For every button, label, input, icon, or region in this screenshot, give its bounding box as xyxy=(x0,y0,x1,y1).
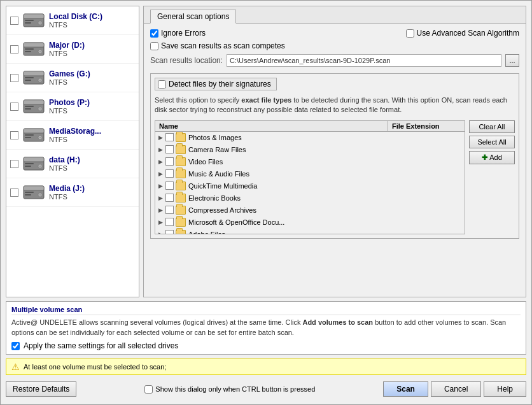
folder-icon xyxy=(176,145,186,154)
expand-icon[interactable]: ▶ xyxy=(155,207,165,213)
file-row[interactable]: ▶ Electronic Books xyxy=(155,192,465,204)
scan-button[interactable]: Scan xyxy=(383,381,428,397)
show-dialog-checkbox[interactable] xyxy=(144,385,153,394)
file-checkbox[interactable] xyxy=(165,145,174,153)
drive-name: data (H:) xyxy=(49,155,80,164)
svg-rect-1 xyxy=(24,14,44,18)
drive-checkbox[interactable] xyxy=(10,45,18,53)
folder-icon xyxy=(176,157,186,166)
expand-icon[interactable]: ▶ xyxy=(155,159,165,165)
expand-icon[interactable]: ▶ xyxy=(155,183,165,189)
drive-item[interactable]: Media (J:) NTFS xyxy=(6,178,139,207)
drive-list-scroll[interactable]: Local Disk (C:) NTFS Major (D:) NTFS xyxy=(6,6,139,297)
file-checkbox[interactable] xyxy=(165,194,174,202)
file-checkbox[interactable] xyxy=(165,230,174,234)
expand-icon[interactable]: ▶ xyxy=(155,171,165,177)
file-checkbox[interactable] xyxy=(165,206,174,214)
use-advanced-checkbox[interactable] xyxy=(406,29,414,38)
file-label: Microsoft & OpenOffice Docu... xyxy=(188,218,465,226)
folder-icon xyxy=(176,230,186,234)
show-dialog-text: Show this dialog only when CTRL button i… xyxy=(155,385,315,393)
drive-list-panel: Local Disk (C:) NTFS Major (D:) NTFS xyxy=(6,6,139,297)
tab-general-scan[interactable]: General scan options xyxy=(150,10,236,24)
plus-icon: ✚ xyxy=(482,153,487,162)
expand-icon[interactable]: ▶ xyxy=(155,219,165,225)
file-checkbox[interactable] xyxy=(165,218,174,226)
drive-checkbox[interactable] xyxy=(10,188,18,197)
file-checkbox[interactable] xyxy=(165,133,174,141)
folder-icon xyxy=(176,206,186,215)
drive-type: NTFS xyxy=(49,136,101,143)
drive-checkbox[interactable] xyxy=(10,160,18,168)
drive-checkbox[interactable] xyxy=(10,103,18,111)
file-checkbox[interactable] xyxy=(165,157,174,166)
file-label: Adobe Files xyxy=(188,231,465,234)
file-row[interactable]: ▶ Photos & Images xyxy=(155,132,465,144)
apply-same-checkbox[interactable] xyxy=(11,342,20,350)
drive-name: Photos (P:) xyxy=(49,98,90,107)
help-button[interactable]: Help xyxy=(484,381,526,397)
drive-icon xyxy=(22,38,45,60)
drive-icon xyxy=(22,9,45,32)
save-scan-checkbox[interactable] xyxy=(150,42,158,50)
apply-same-text: Apply the same settings for all selected… xyxy=(24,341,178,350)
file-label: QuickTime Multimedia xyxy=(188,182,465,190)
apply-same-label[interactable]: Apply the same settings for all selected… xyxy=(11,341,521,350)
warning-icon: ⚠ xyxy=(11,362,20,372)
drive-type: NTFS xyxy=(49,50,85,57)
drive-item[interactable]: Games (G:) NTFS xyxy=(6,64,139,92)
warning-bar: ⚠ At least one volume must be selected t… xyxy=(6,359,526,375)
expand-icon[interactable]: ▶ xyxy=(155,195,165,201)
file-checkbox[interactable] xyxy=(165,169,174,178)
svg-rect-3 xyxy=(25,22,31,24)
drive-item[interactable]: Photos (P:) NTFS xyxy=(6,92,139,121)
drive-name: Local Disk (C:) xyxy=(49,12,102,21)
add-button[interactable]: ✚ Add xyxy=(469,151,515,164)
file-row[interactable]: ▶ QuickTime Multimedia xyxy=(155,180,465,192)
detect-label[interactable]: Detect files by their signatures xyxy=(155,78,277,90)
scan-location-input[interactable] xyxy=(227,54,501,67)
drive-item[interactable]: Major (D:) NTFS xyxy=(6,35,139,64)
file-row[interactable]: ▶ Compressed Archives xyxy=(155,204,465,217)
ignore-errors-label[interactable]: Ignore Errors xyxy=(150,29,206,38)
file-row[interactable]: ▶ Video Files xyxy=(155,156,465,168)
expand-icon[interactable]: ▶ xyxy=(155,134,165,141)
ignore-errors-checkbox[interactable] xyxy=(150,29,158,38)
drive-item[interactable]: MediaStorag... NTFS xyxy=(6,121,139,150)
file-row[interactable]: ▶ Adobe Files xyxy=(155,229,465,234)
show-dialog-label[interactable]: Show this dialog only when CTRL button i… xyxy=(144,385,315,394)
show-dialog-row: Show this dialog only when CTRL button i… xyxy=(144,385,315,394)
cancel-button[interactable]: Cancel xyxy=(431,381,481,397)
file-row[interactable]: ▶ Microsoft & OpenOffice Docu... xyxy=(155,217,465,229)
file-table-body[interactable]: ▶ Photos & Images ▶ Camera Raw Files ▶ V… xyxy=(155,132,465,234)
drive-checkbox[interactable] xyxy=(10,74,18,82)
file-types-table: Name File Extension ▶ Photos & Images ▶ … xyxy=(155,120,465,234)
svg-rect-22 xyxy=(24,100,44,104)
drive-item[interactable]: Local Disk (C:) NTFS xyxy=(6,6,139,35)
restore-defaults-button[interactable]: Restore Defaults xyxy=(6,381,76,397)
drive-item[interactable]: data (H:) NTFS xyxy=(6,150,139,178)
save-scan-label[interactable]: Save scan results as scan competes xyxy=(150,41,285,50)
file-table-header: Name File Extension xyxy=(155,121,465,132)
drive-type: NTFS xyxy=(49,164,80,172)
drive-checkbox[interactable] xyxy=(10,131,18,139)
detect-checkbox[interactable] xyxy=(158,80,166,89)
col-name-header: Name xyxy=(155,121,388,131)
browse-button[interactable]: ... xyxy=(505,54,519,67)
svg-point-12 xyxy=(39,51,41,53)
use-advanced-label[interactable]: Use Advanced Scan Algorithm xyxy=(406,29,519,38)
select-all-button[interactable]: Select All xyxy=(469,136,515,148)
drive-name: MediaStorag... xyxy=(49,127,101,136)
svg-rect-17 xyxy=(25,80,31,81)
option-row-1: Ignore Errors Use Advanced Scan Algorith… xyxy=(150,29,519,38)
file-row[interactable]: ▶ Music & Audio Files xyxy=(155,168,465,180)
option-row-2: Save scan results as scan competes xyxy=(150,41,519,50)
tab-header: General scan options xyxy=(144,6,526,24)
clear-all-button[interactable]: Clear All xyxy=(469,120,515,133)
drive-checkbox[interactable] xyxy=(10,17,18,25)
expand-icon[interactable]: ▶ xyxy=(155,231,165,234)
expand-icon[interactable]: ▶ xyxy=(155,146,165,153)
file-checkbox[interactable] xyxy=(165,181,174,190)
drive-icon xyxy=(22,95,45,118)
file-row[interactable]: ▶ Camera Raw Files xyxy=(155,144,465,156)
